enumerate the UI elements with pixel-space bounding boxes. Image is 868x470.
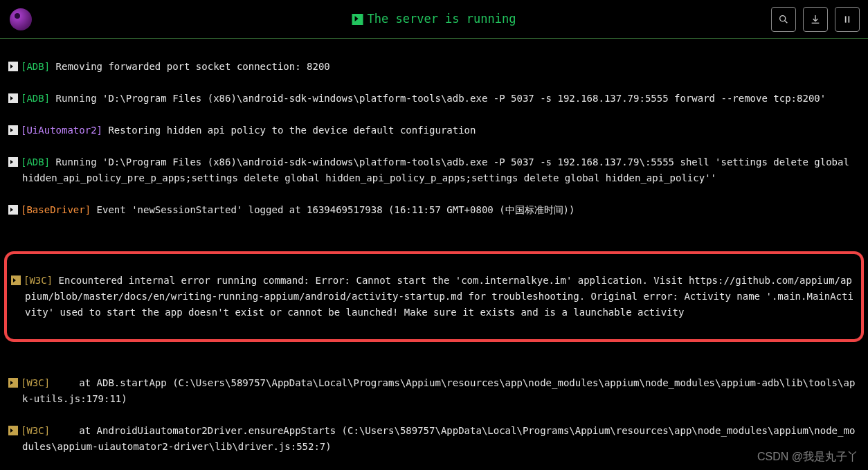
log-text: Removing forwarded port socket connectio…	[50, 61, 330, 72]
search-icon	[778, 14, 789, 25]
search-button[interactable]	[771, 7, 796, 32]
svg-point-0	[780, 15, 786, 21]
download-button[interactable]	[803, 7, 828, 32]
log-line: [W3C] at AndroidUiautomator2Driver.ensur…	[8, 423, 860, 455]
log-text: at AndroidUiautomator2Driver.ensureAppSt…	[22, 425, 855, 452]
play-icon	[352, 14, 363, 25]
log-text: Running 'D:\Program Files (x86)\android-…	[50, 93, 826, 104]
log-text: Encountered internal error running comma…	[25, 275, 853, 318]
svg-line-1	[785, 20, 788, 23]
prompt-icon	[8, 93, 18, 103]
server-status-text: The server is running	[368, 11, 516, 27]
pause-icon	[842, 14, 852, 25]
log-line: [BaseDriver] Event 'newSessionStarted' l…	[8, 202, 860, 218]
prompt-icon	[11, 275, 21, 285]
log-tag: [W3C]	[24, 275, 53, 286]
log-tag: [W3C]	[21, 425, 50, 436]
prompt-icon	[8, 205, 18, 215]
log-line: [UiAutomator2] Restoring hidden api poli…	[8, 123, 860, 138]
log-text: at ADB.startApp (C:\Users\589757\AppData…	[22, 377, 855, 404]
header-toolbar	[771, 7, 860, 32]
prompt-icon	[8, 125, 18, 135]
log-text: Event 'newSessionStarted' logged at 1639…	[91, 204, 575, 215]
log-line: [ADB] Removing forwarded port socket con…	[8, 59, 860, 75]
log-tag: [ADB]	[21, 156, 50, 168]
error-highlight: [W3C] Encountered internal error running…	[4, 251, 864, 342]
log-tag: [BaseDriver]	[21, 204, 91, 215]
download-icon	[810, 14, 821, 25]
log-line: [W3C] Encountered internal error running…	[11, 273, 857, 320]
log-line: [W3C] at ADB.startApp (C:\Users\589757\A…	[8, 375, 860, 407]
log-tag: [W3C]	[21, 377, 50, 388]
prompt-icon	[8, 426, 18, 435]
log-tag: [ADB]	[21, 93, 50, 104]
prompt-icon	[8, 378, 18, 388]
log-line: [ADB] Running 'D:\Program Files (x86)\an…	[8, 154, 860, 186]
log-tag: [ADB]	[21, 61, 50, 72]
watermark-text: CSDN @我是丸子丫	[757, 449, 858, 464]
log-text: Running 'D:\Program Files (x86)\android-…	[22, 156, 855, 183]
prompt-icon	[8, 62, 18, 71]
log-output[interactable]: [ADB] Removing forwarded port socket con…	[0, 39, 868, 470]
server-status: The server is running	[352, 11, 516, 27]
prompt-icon	[8, 157, 18, 167]
pause-button[interactable]	[835, 7, 860, 32]
log-tag: [UiAutomator2]	[21, 125, 102, 136]
log-line: [ADB] Running 'D:\Program Files (x86)\an…	[8, 91, 860, 107]
appium-logo-icon	[10, 8, 32, 30]
app-header: The server is running	[0, 0, 868, 39]
log-text: Restoring hidden api policy to the devic…	[102, 125, 476, 136]
